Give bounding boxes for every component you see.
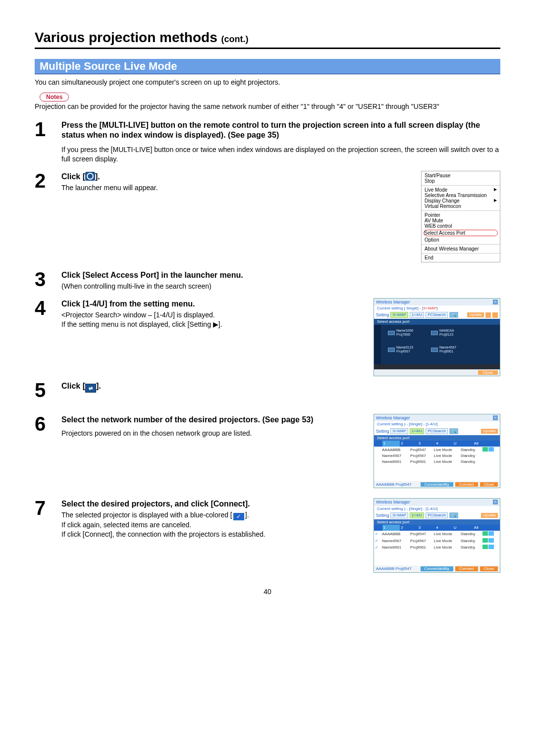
toolbar-icon[interactable] xyxy=(492,312,498,318)
smap-button[interactable]: S=MAP xyxy=(390,312,408,318)
close-icon[interactable]: × xyxy=(493,300,498,304)
network-tab[interactable]: 3 xyxy=(418,525,435,531)
step-number: 2 xyxy=(35,171,59,191)
row-actions[interactable] xyxy=(482,447,500,454)
projector-row-selected[interactable]: ✓ Name8901Proj8901Live ModeStandby xyxy=(374,544,500,551)
update-button[interactable]: Update xyxy=(467,312,484,317)
select-access-port-bar: Select access port xyxy=(374,435,500,441)
projector-icon[interactable]: NAMEAAProj0123 xyxy=(431,329,454,337)
close-icon[interactable]: × xyxy=(493,415,498,420)
range-button[interactable]: 1=4/U xyxy=(410,312,425,318)
page-number: 40 xyxy=(35,588,500,596)
projector-list: ✓ AAAABBBProj8547Live ModeStandby ✓ Name… xyxy=(374,531,500,565)
menu-item[interactable]: Display Change▶ xyxy=(425,198,497,203)
setting-button[interactable]: Setting xyxy=(376,312,389,317)
heading-suffix: ]. xyxy=(96,382,101,390)
toolbar: Setting S=MAP 1=4/U PCSearch 🔍 Update xyxy=(374,511,500,519)
row-actions[interactable] xyxy=(482,531,500,538)
update-button[interactable]: Update xyxy=(481,513,498,518)
menu-item[interactable]: Option xyxy=(425,237,497,243)
launcher-menu: Start/Pause Stop Live Mode▶ Selective Ar… xyxy=(421,171,500,262)
projector-row-selected[interactable]: ✓ Name4567Proj4567Live ModeStandby xyxy=(374,538,500,545)
window-footer: AAAABBB Proj8547 Connectability Connect … xyxy=(374,481,500,488)
row-actions[interactable] xyxy=(482,544,500,551)
close-icon[interactable]: × xyxy=(493,500,498,504)
scrollbar[interactable] xyxy=(374,364,500,369)
network-tab[interactable]: All xyxy=(473,441,500,447)
menu-item[interactable]: Selective Area Transmission xyxy=(425,193,497,198)
network-tab[interactable]: All xyxy=(473,525,500,531)
toolbar: Setting S=MAP 1=4/U PCSearch 🔍 Update xyxy=(374,311,500,319)
menu-item[interactable]: WEB control xyxy=(425,223,497,229)
projector-row[interactable]: AAAABBBProj8547Live ModeStandby xyxy=(374,447,500,454)
menu-item[interactable]: Start/Pause xyxy=(425,173,497,178)
menu-item[interactable]: Stop xyxy=(425,178,497,184)
step-number: 3 xyxy=(35,269,59,289)
menu-item[interactable]: Live Mode▶ xyxy=(425,187,497,193)
step-body: Press the [MULTI-LIVE] button on the rem… xyxy=(61,119,500,164)
projector-row[interactable]: Name4567Proj4567Live ModeStandby xyxy=(374,453,500,459)
heading-prefix: Click [ xyxy=(61,382,85,390)
pcsearch-button[interactable]: PCSearch xyxy=(426,312,447,318)
menu-item-highlighted[interactable]: Select Access Port xyxy=(424,230,498,236)
menu-item[interactable]: About Wireless Manager xyxy=(425,246,497,252)
network-tab[interactable]: 2 xyxy=(400,441,417,447)
network-tab[interactable]: 3 xyxy=(418,441,435,447)
check-icon: ✓ xyxy=(374,538,381,545)
network-tab[interactable]: U xyxy=(453,441,473,447)
connectability-button[interactable]: Connectability xyxy=(421,482,453,487)
projector-row-selected[interactable]: ✓ AAAABBBProj8547Live ModeStandby xyxy=(374,531,500,538)
range-button[interactable]: 1=4/U xyxy=(410,512,425,518)
footer-info: AAAABBB Proj8547 xyxy=(376,566,412,571)
update-button[interactable]: Update xyxy=(481,429,498,434)
step-detail: The selected projector is displayed with… xyxy=(61,510,363,539)
menu-item[interactable]: End xyxy=(425,255,497,260)
connect-button[interactable]: Connect xyxy=(455,566,478,571)
magnify-icon[interactable]: 🔍 xyxy=(449,312,458,318)
menu-item[interactable]: Virtual Remocon xyxy=(425,203,497,209)
title-cont: (cont.) xyxy=(221,34,249,44)
step-body: Click []. The launcher menu will appear. xyxy=(61,171,368,193)
step-body: Click [1-4/U] from the setting menu. <Pr… xyxy=(61,298,363,329)
step-heading: Click []. xyxy=(61,172,368,182)
smap-button[interactable]: S=MAP xyxy=(390,512,408,518)
row-actions[interactable] xyxy=(482,538,500,545)
step-heading: Select the network number of the desired… xyxy=(61,415,363,425)
network-tab[interactable]: 4 xyxy=(435,441,452,447)
network-tab[interactable]: 1 xyxy=(382,441,400,447)
select-access-port-bar: Select access port xyxy=(374,519,500,525)
step-number: 6 xyxy=(35,414,59,434)
projector-icon[interactable]: Name0123Proj4567 xyxy=(388,346,413,354)
projector-list: AAAABBBProj8547Live ModeStandby Name4567… xyxy=(374,447,500,481)
pcsearch-button[interactable]: PCSearch xyxy=(426,512,447,518)
step-figure: Wireless Manager × Current setting ) - [… xyxy=(367,498,500,572)
smap-button[interactable]: S=MAP xyxy=(390,428,408,434)
toolbar-icon[interactable] xyxy=(485,312,491,318)
magnify-icon[interactable]: 🔍 xyxy=(449,512,458,518)
step-figure: Wireless Manager × Current setting [ Sin… xyxy=(367,298,500,377)
pcsearch-button[interactable]: PCSearch xyxy=(426,428,447,434)
menu-item[interactable]: Pointer xyxy=(425,212,497,218)
window-titlebar: Wireless Manager × xyxy=(374,299,500,305)
close-button[interactable]: Close xyxy=(478,370,498,375)
step-body: Select the network number of the desired… xyxy=(61,414,363,438)
projector-icon[interactable]: Name4567Proj8901 xyxy=(431,346,456,354)
network-tab[interactable]: 2 xyxy=(400,525,417,531)
heading-suffix: ]. xyxy=(95,172,100,181)
range-button[interactable]: 1=4/U xyxy=(410,428,425,434)
wireless-manager-window: Wireless Manager × Current setting ) - [… xyxy=(374,414,500,488)
close-button[interactable]: Close xyxy=(480,482,498,487)
projector-row[interactable]: Name8901Proj8901Live ModeStandby xyxy=(374,459,500,465)
step-heading: Click [1-4/U] from the setting menu. xyxy=(61,299,363,309)
setting-button[interactable]: Setting xyxy=(376,429,389,434)
menu-item[interactable]: AV Mute xyxy=(425,218,497,223)
connect-button[interactable]: Connect xyxy=(455,482,478,487)
setting-button[interactable]: Setting xyxy=(376,513,389,518)
projector-icon[interactable]: Name3456Proj7890 xyxy=(388,329,413,337)
magnify-icon[interactable]: 🔍 xyxy=(449,428,458,434)
connectability-button[interactable]: Connectability xyxy=(421,566,453,571)
network-tab[interactable]: 1 xyxy=(382,525,400,531)
network-tab[interactable]: U xyxy=(453,525,473,531)
network-tab[interactable]: 4 xyxy=(435,525,452,531)
close-button[interactable]: Close xyxy=(480,566,498,571)
